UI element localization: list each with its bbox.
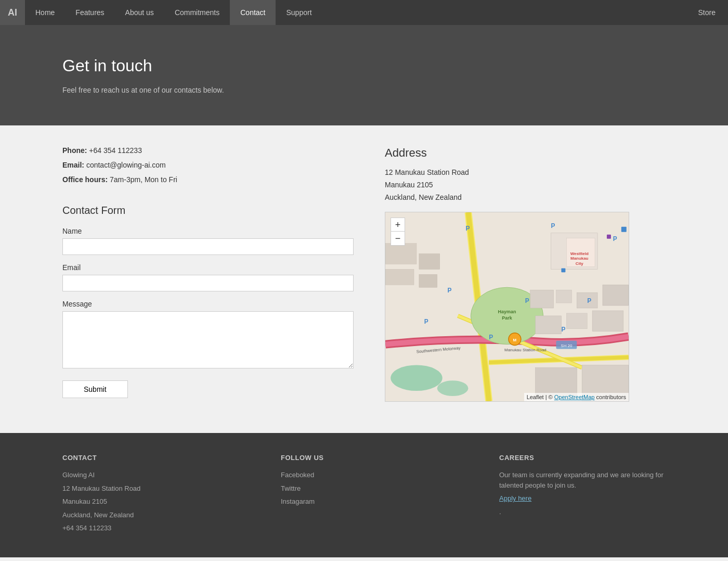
svg-rect-24 <box>592 311 623 332</box>
svg-text:M: M <box>513 338 517 342</box>
svg-rect-41 <box>621 227 627 232</box>
name-group: Name <box>62 227 354 255</box>
svg-text:P: P <box>613 235 617 243</box>
nav-store[interactable]: Store <box>686 0 728 25</box>
hours-label: Office hours: <box>62 175 108 184</box>
footer-company: Glowing AI <box>62 470 250 480</box>
map-attribution: Leaflet | © OpenStreetMap contributors <box>524 393 629 401</box>
phone-label: Phone: <box>62 146 87 155</box>
address-section: Address 12 Manukau Station Road Manukau … <box>385 146 645 201</box>
email-label-form: Email <box>62 263 354 272</box>
svg-rect-42 <box>607 235 611 239</box>
footer-apply-line: Apply here. <box>499 493 686 517</box>
main-content: Phone: +64 354 112233 Email: contact@glo… <box>0 125 728 433</box>
email-group: Email <box>62 263 354 291</box>
svg-text:SH 20: SH 20 <box>561 343 573 348</box>
form-title: Contact Form <box>62 205 354 216</box>
map-container: + − SH 20 <box>385 212 629 402</box>
map-svg: SH 20 Hayman Park <box>385 212 629 401</box>
address-line3: Auckland, New Zealand <box>385 193 645 201</box>
footer-careers: CAREERS Our team is currently expanding … <box>499 454 686 537</box>
footer-careers-heading: CAREERS <box>499 454 686 462</box>
svg-rect-18 <box>530 290 554 308</box>
nav-about[interactable]: About us <box>115 0 164 25</box>
address-line1: 12 Manukau Station Road <box>385 168 645 176</box>
navigation: AI Home Features About us Commitments Co… <box>0 0 728 25</box>
contact-info: Phone: +64 354 112233 Email: contact@glo… <box>62 146 354 184</box>
phone-line: Phone: +64 354 112233 <box>62 146 354 155</box>
footer-phone: +64 354 112233 <box>62 523 250 533</box>
svg-text:Hayman: Hayman <box>498 309 516 314</box>
svg-text:Manukau Station Road: Manukau Station Road <box>504 348 547 352</box>
nav-links: Home Features About us Commitments Conta… <box>25 0 686 25</box>
svg-point-8 <box>437 380 469 396</box>
contact-form: Contact Form Name Email Message Submit <box>62 205 354 398</box>
svg-rect-23 <box>566 313 587 329</box>
osm-link[interactable]: OpenStreetMap <box>554 394 595 400</box>
svg-rect-9 <box>385 244 417 264</box>
zoom-in-button[interactable]: + <box>391 218 405 232</box>
svg-rect-11 <box>419 254 440 270</box>
svg-point-7 <box>391 365 442 391</box>
zoom-out-button[interactable]: − <box>391 232 405 245</box>
name-input[interactable] <box>62 238 354 255</box>
svg-text:Park: Park <box>502 315 512 321</box>
email-value: contact@glowing-ai.com <box>86 161 166 169</box>
footer-instagram[interactable]: Instagaram <box>281 496 468 507</box>
svg-text:City: City <box>576 261 584 266</box>
footer-contact-heading: CONTACT <box>62 454 250 462</box>
footer-address2: Manukau 2105 <box>62 496 250 507</box>
svg-rect-19 <box>556 290 571 303</box>
footer: CONTACT Glowing AI 12 Manukau Station Ro… <box>0 433 728 557</box>
footer-follow-heading: FOLLOW US <box>281 454 468 462</box>
nav-contact[interactable]: Contact <box>230 0 276 25</box>
svg-text:P: P <box>587 297 591 304</box>
footer-address1: 12 Manukau Station Road <box>62 483 250 494</box>
svg-text:Manukau: Manukau <box>570 256 589 261</box>
apply-link[interactable]: Apply here <box>499 493 686 504</box>
message-textarea[interactable] <box>62 311 354 368</box>
nav-features[interactable]: Features <box>65 0 114 25</box>
map-zoom-controls: + − <box>391 218 405 246</box>
svg-rect-21 <box>603 285 629 305</box>
footer-careers-text: Our team is currently expanding and we a… <box>499 470 686 490</box>
right-column: Address 12 Manukau Station Road Manukau … <box>385 146 645 402</box>
svg-text:P: P <box>424 318 428 325</box>
footer-address3: Auckland, New Zealand <box>62 510 250 520</box>
svg-rect-12 <box>419 274 437 287</box>
left-column: Phone: +64 354 112233 Email: contact@glo… <box>62 146 354 402</box>
svg-rect-43 <box>561 268 565 272</box>
hours-line: Office hours: 7am-3pm, Mon to Fri <box>62 175 354 184</box>
svg-text:P: P <box>525 297 529 304</box>
address-line2: Manukau 2105 <box>385 181 645 189</box>
message-label: Message <box>62 300 354 308</box>
name-label: Name <box>62 227 354 235</box>
nav-commitments[interactable]: Commitments <box>164 0 230 25</box>
svg-text:P: P <box>551 222 555 230</box>
logo: AI <box>0 0 25 25</box>
footer-facebook[interactable]: Faceboked <box>281 470 468 480</box>
apply-period: . <box>499 508 501 516</box>
footer-twitter[interactable]: Twittre <box>281 483 468 494</box>
email-line: Email: contact@glowing-ai.com <box>62 161 354 169</box>
svg-text:P: P <box>448 287 452 294</box>
svg-rect-10 <box>385 269 414 285</box>
page-title: Get in touch <box>62 56 686 75</box>
hero-section: Get in touch Feel free to reach us at on… <box>0 25 728 125</box>
footer-follow: FOLLOW US Faceboked Twittre Instagaram <box>281 454 468 537</box>
phone-value: +64 354 112233 <box>89 146 142 155</box>
svg-text:P: P <box>561 326 565 333</box>
svg-text:Westfield: Westfield <box>570 251 589 256</box>
message-group: Message <box>62 300 354 370</box>
email-input[interactable] <box>62 275 354 291</box>
submit-button[interactable]: Submit <box>62 380 128 398</box>
svg-text:P: P <box>489 334 493 341</box>
svg-rect-22 <box>536 316 562 334</box>
email-label: Email: <box>62 161 84 169</box>
hours-value: 7am-3pm, Mon to Fri <box>110 175 177 184</box>
nav-support[interactable]: Support <box>276 0 322 25</box>
footer-contact: CONTACT Glowing AI 12 Manukau Station Ro… <box>62 454 250 537</box>
nav-home[interactable]: Home <box>25 0 65 25</box>
hero-subtitle: Feel free to reach us at one of our cont… <box>62 86 686 94</box>
svg-text:P: P <box>465 225 470 232</box>
